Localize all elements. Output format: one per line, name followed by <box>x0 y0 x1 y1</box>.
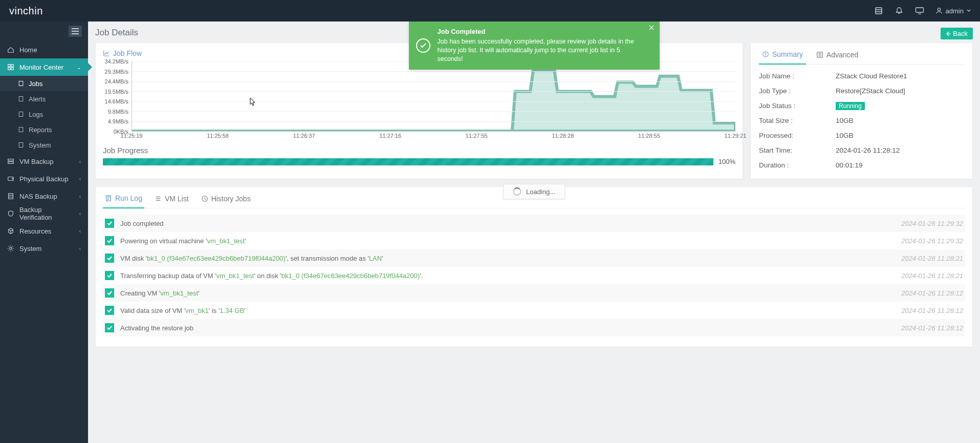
x-tick: 11:27:55 <box>466 133 488 139</box>
job-progress-label: Job Progress <box>103 146 735 155</box>
user-menu[interactable]: admin <box>935 7 971 15</box>
log-row: Activating the restore job2024-01-26 11:… <box>103 319 965 336</box>
nav-nas-backup[interactable]: NAS Backup ‹ <box>0 187 88 205</box>
svg-point-5 <box>938 8 940 11</box>
summary-key: Processed: <box>759 132 836 139</box>
svg-rect-9 <box>11 68 13 70</box>
svg-rect-15 <box>8 159 14 161</box>
nav-vm-label: VM Backup <box>19 158 53 165</box>
log-row: Transferring backup data of VM 'vm_bk1_t… <box>103 267 965 284</box>
progress-bar <box>103 158 713 165</box>
sidebar-sub-jobs[interactable]: Jobs <box>0 76 88 91</box>
log-timestamp: 2024-01-26 11:29:32 <box>901 237 963 245</box>
sidebar-toggle[interactable] <box>69 26 82 37</box>
page-title: Job Details <box>95 28 138 38</box>
chevron-left-icon: ‹ <box>79 211 81 217</box>
monitor-icon[interactable] <box>915 6 924 15</box>
history-icon <box>201 195 208 202</box>
summary-key: Job Type : <box>759 87 836 95</box>
summary-value: 00:01:19 <box>836 161 863 169</box>
status-badge: Running <box>836 102 865 110</box>
chevron-down-icon <box>967 9 971 13</box>
sub-label: Alerts <box>29 95 46 103</box>
chevron-left-icon: ‹ <box>79 228 81 234</box>
y-tick: 9.8MB/s <box>108 109 128 115</box>
doc-icon <box>17 126 25 133</box>
log-message: Transferring backup data of VM 'vm_bk1_t… <box>120 272 895 280</box>
check-icon <box>105 288 114 298</box>
svg-rect-19 <box>9 194 13 199</box>
sidebar-sub-logs[interactable]: Logs <box>0 107 88 122</box>
tab-history-jobs[interactable]: History Jobs <box>199 191 253 208</box>
bell-icon[interactable] <box>895 6 904 15</box>
log-message: Powering on virtual machine 'vm_bk1_test… <box>120 237 895 245</box>
svg-rect-0 <box>876 8 882 14</box>
log-timestamp: 2024-01-26 11:29:32 <box>901 220 963 227</box>
nav-resources[interactable]: Resources ‹ <box>0 222 88 240</box>
chevron-left-icon: ‹ <box>79 194 81 199</box>
summary-panel: Summary Advanced Job Name :ZStack Cloud … <box>750 43 973 179</box>
check-icon <box>105 323 114 332</box>
nav-resources-label: Resources <box>19 227 51 235</box>
summary-value: 10GB <box>836 132 854 139</box>
brand-logo: vinchin <box>9 5 43 17</box>
x-tick: 11:28:55 <box>638 133 660 139</box>
nas-icon <box>7 193 14 200</box>
dashboard-icon <box>7 64 14 71</box>
log-message: Job completed <box>120 220 895 227</box>
log-row: Creating VM 'vm_bk1_test'2024-01-26 11:2… <box>103 284 965 302</box>
summary-value: 10GB <box>836 117 854 124</box>
tab-run-log[interactable]: Run Log <box>103 191 144 208</box>
svg-rect-7 <box>11 65 13 67</box>
nav-home[interactable]: Home <box>0 41 88 58</box>
nav-system[interactable]: System ‹ <box>0 240 88 257</box>
cube-icon <box>7 227 14 235</box>
close-icon[interactable] <box>648 25 655 31</box>
chevron-left-icon: ‹ <box>79 159 81 164</box>
nav-backup-verification[interactable]: Backup Verification ‹ <box>0 205 88 222</box>
sub-label: Reports <box>29 126 52 134</box>
nav-physical-backup[interactable]: Physical Backup ‹ <box>0 170 88 187</box>
spinner-icon <box>513 187 521 196</box>
y-tick: 4.9MB/s <box>108 118 128 124</box>
svg-point-25 <box>766 53 766 53</box>
svg-rect-8 <box>8 68 10 70</box>
sub-label: Logs <box>29 111 43 118</box>
doc-icon <box>105 195 112 202</box>
log-message: Activating the restore job <box>120 324 895 332</box>
shield-icon <box>7 210 14 217</box>
sidebar-sub-system[interactable]: System <box>0 137 88 153</box>
sub-label: System <box>29 141 51 149</box>
home-icon <box>7 46 14 53</box>
list-icon[interactable] <box>874 6 883 15</box>
nav-physical-label: Physical Backup <box>19 175 68 183</box>
nav-vm-backup[interactable]: VM Backup ‹ <box>0 153 88 170</box>
svg-rect-12 <box>19 112 23 117</box>
doc-icon <box>17 80 25 87</box>
sidebar-sub-reports[interactable]: Reports <box>0 122 88 137</box>
log-row: Powering on virtual machine 'vm_bk1_test… <box>103 232 965 249</box>
x-tick: 11:29:21 <box>725 133 747 139</box>
back-label: Back <box>953 30 968 37</box>
log-timestamp: 2024-01-26 11:28:12 <box>901 324 963 332</box>
check-icon <box>105 271 114 280</box>
tab-vm-list[interactable]: VM List <box>153 191 191 208</box>
summary-key: Job Status : <box>759 102 836 110</box>
user-icon <box>935 7 943 14</box>
check-icon <box>105 219 114 228</box>
gear-icon <box>7 245 14 252</box>
x-tick: 11:25:19 <box>121 133 143 139</box>
summary-key: Total Size : <box>759 117 836 124</box>
sidebar-sub-alerts[interactable]: Alerts <box>0 91 88 107</box>
nav-monitor-center[interactable]: Monitor Center ⌄ <box>0 58 88 76</box>
loading-indicator: Loading... <box>503 184 565 199</box>
back-button[interactable]: Back <box>941 28 973 39</box>
svg-point-22 <box>10 247 12 249</box>
tab-summary[interactable]: Summary <box>759 46 806 65</box>
log-timestamp: 2024-01-26 11:28:12 <box>901 307 963 314</box>
y-tick: 29.3MB/s <box>105 69 128 75</box>
check-circle-icon <box>416 38 430 53</box>
x-tick: 11:28:28 <box>552 133 574 139</box>
tab-advanced[interactable]: Advanced <box>813 46 861 64</box>
log-timestamp: 2024-01-26 11:28:21 <box>901 255 963 262</box>
